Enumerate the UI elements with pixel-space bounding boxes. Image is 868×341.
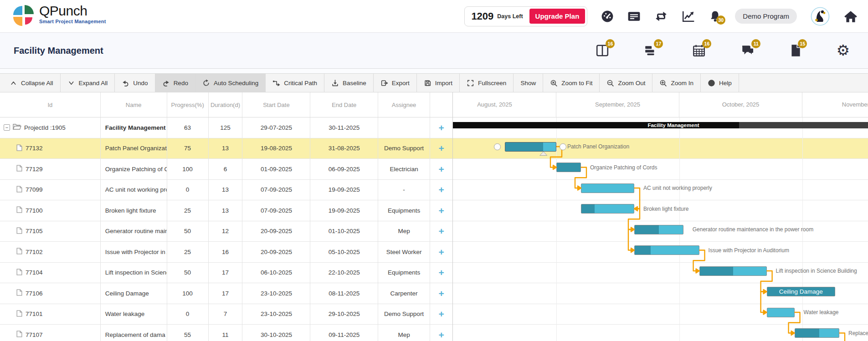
- gantt-chart-body: Facility Management Patch Panel Organiza…: [453, 117, 868, 341]
- add-task-button[interactable]: +: [438, 247, 444, 257]
- toolbar-import-button[interactable]: Import: [417, 74, 460, 92]
- add-task-button[interactable]: +: [438, 268, 444, 277]
- column-header-name[interactable]: Name: [101, 92, 167, 117]
- toolbar-redo-button[interactable]: Redo: [155, 74, 195, 92]
- add-task-button[interactable]: +: [438, 330, 444, 340]
- user-avatar[interactable]: [811, 7, 830, 26]
- assignee-cell: -: [378, 180, 430, 200]
- forms-icon[interactable]: [627, 10, 641, 22]
- gantt-toolbar: Collapse AllExpand AllUndoRedoAuto Sched…: [0, 73, 868, 92]
- duration-cell: 11: [209, 325, 243, 341]
- column-header-assignee[interactable]: Assignee: [378, 92, 430, 117]
- toolbar-undo-button[interactable]: Undo: [115, 74, 155, 92]
- add-task-button[interactable]: +: [438, 206, 444, 215]
- column-header-progress-[interactable]: Progress(%): [167, 92, 209, 117]
- assignee-cell: Mep: [378, 221, 430, 242]
- settings-gear-icon[interactable]: ⚙: [836, 44, 850, 57]
- gantt-bar-77099[interactable]: [581, 183, 634, 193]
- add-task-button[interactable]: +: [438, 123, 444, 132]
- gantt-bar-77100[interactable]: [581, 204, 634, 214]
- column-header-start-date[interactable]: Start Date: [242, 92, 310, 117]
- toolbar-zoom-out-button[interactable]: Zoom Out: [600, 74, 652, 92]
- column-header-end-date[interactable]: End Date: [310, 92, 378, 117]
- task-id-cell: 77106: [0, 283, 101, 304]
- task-id-text: 77099: [26, 186, 43, 193]
- gantt-bar-77106[interactable]: Ceiling Damage: [767, 287, 835, 296]
- column-header-id[interactable]: Id: [0, 92, 101, 117]
- toolbar-help-button[interactable]: ?Help: [701, 74, 739, 92]
- demo-program-button[interactable]: Demo Program: [735, 9, 797, 24]
- toolbar-auto-scheduling-button[interactable]: Auto Scheduling: [195, 74, 266, 92]
- add-task-button[interactable]: +: [438, 143, 444, 153]
- collapse-row-icon[interactable]: −: [4, 124, 10, 131]
- add-task-button[interactable]: +: [438, 226, 444, 236]
- sync-icon[interactable]: [654, 10, 668, 23]
- gantt-bar-label: Lift inspection in Science Building: [776, 268, 857, 274]
- task-row[interactable]: 77102 Issue with Projector in Auditorium…: [0, 242, 452, 263]
- assignee-cell: Steel Worker: [378, 242, 430, 262]
- name-cell: Patch Panel Organization: [101, 138, 167, 159]
- toolbar-export-button[interactable]: Export: [374, 74, 417, 92]
- gantt-bar-77132[interactable]: [505, 142, 556, 152]
- task-file-icon: [16, 289, 22, 297]
- add-task-button[interactable]: +: [438, 164, 444, 174]
- calendar-icon[interactable]: 16: [692, 44, 706, 57]
- task-row[interactable]: 77105 Generator routine maintenance in t…: [0, 221, 452, 242]
- gantt-row-line: [453, 179, 868, 180]
- board-icon[interactable]: 16: [596, 44, 609, 57]
- gantt-bar-77104[interactable]: [699, 266, 767, 276]
- upgrade-plan-button[interactable]: Upgrade Plan: [529, 9, 586, 24]
- progress-cell: 25: [167, 200, 209, 221]
- toolbar-critical-path-button[interactable]: Critical Path: [266, 74, 324, 92]
- task-row[interactable]: 77100 Broken light fixture 25 13 07-09-2…: [0, 200, 452, 221]
- gantt-bar-77129[interactable]: [556, 163, 581, 172]
- toolbar-show-button[interactable]: Show: [514, 74, 543, 92]
- page-title: Facility Management: [14, 46, 103, 56]
- add-task-button[interactable]: +: [438, 309, 444, 319]
- gantt-bar-progress: [635, 225, 659, 234]
- task-id-cell: 77105: [0, 221, 101, 242]
- chat-icon[interactable]: 11: [740, 44, 755, 57]
- toolbar-fullscreen-button[interactable]: Fullscreen: [460, 74, 514, 92]
- start-date-cell: 06-10-2025: [242, 263, 310, 283]
- connector-handle-left[interactable]: [494, 143, 501, 150]
- column-header-add[interactable]: [430, 92, 452, 117]
- task-row[interactable]: 77132 Patch Panel Organization 75 13 19-…: [0, 138, 452, 159]
- dashboard-icon[interactable]: [601, 10, 614, 23]
- toolbar-zoom-to-fit-button[interactable]: Zoom to Fit: [543, 74, 600, 92]
- gantt-bar-77101[interactable]: [767, 308, 795, 317]
- toolbar-zoom-in-button[interactable]: Zoom In: [652, 74, 701, 92]
- connector-handle-right[interactable]: [560, 143, 566, 150]
- gantt-bar-77105[interactable]: [634, 225, 683, 234]
- task-row[interactable]: 77104 Lift inspection in Science Buildin…: [0, 263, 452, 284]
- critical-path-icon: [272, 79, 280, 87]
- analytics-icon[interactable]: [682, 10, 695, 23]
- notifications-bell-icon[interactable]: 30: [709, 10, 721, 23]
- undo-icon: [122, 79, 129, 87]
- gantt-bar-77102[interactable]: [634, 245, 699, 255]
- task-row[interactable]: 77099 AC unit not working properly 0 13 …: [0, 180, 452, 201]
- task-row[interactable]: 77129 Organize Patching of Cords 100 6 0…: [0, 159, 452, 180]
- task-id-text: 77129: [26, 166, 43, 173]
- column-header-duration-d-[interactable]: Duration(d): [209, 92, 243, 117]
- toolbar-baseline-button[interactable]: Baseline: [324, 74, 374, 92]
- task-id-cell: 77132: [0, 138, 101, 159]
- assignee-cell: Electrician: [378, 159, 430, 179]
- gantt-project-bar[interactable]: Facility Management: [453, 122, 868, 128]
- home-icon[interactable]: [843, 10, 858, 23]
- project-row[interactable]: − ProjectId :1905 Facility Management 63…: [0, 117, 452, 138]
- task-list-icon[interactable]: 17: [644, 44, 657, 57]
- gantt-bar-progress: [795, 329, 819, 337]
- toolbar-expand-all-button[interactable]: Expand All: [61, 74, 115, 92]
- add-task-button[interactable]: +: [438, 185, 444, 194]
- toolbar-label: Critical Path: [284, 80, 317, 87]
- gantt-bar-77107[interactable]: [795, 328, 839, 338]
- documents-icon[interactable]: 15: [790, 44, 801, 57]
- add-task-button[interactable]: +: [438, 289, 444, 298]
- task-row[interactable]: 77101 Water leakage 0 7 23-10-2025 29-10…: [0, 304, 452, 325]
- name-cell: Generator routine maintenance in the pow…: [101, 221, 167, 242]
- qpunch-logo[interactable]: QPunch Smart Project Management: [12, 4, 106, 29]
- toolbar-collapse-all-button[interactable]: Collapse All: [3, 74, 61, 92]
- task-row[interactable]: 77107 Replacement of dama 55 11 30-10-20…: [0, 325, 452, 341]
- task-row[interactable]: 77106 Ceiling Damage 100 17 23-10-2025 0…: [0, 283, 452, 304]
